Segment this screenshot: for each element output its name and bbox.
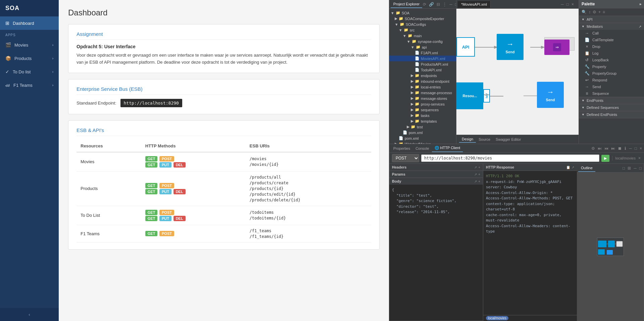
palette-section-header-sequences[interactable]: ▼ Defined Sequences — [579, 104, 644, 111]
tab-properties[interactable]: Properties — [391, 145, 413, 152]
folder-icon2: 📁 — [415, 113, 419, 118]
tree-item[interactable]: ▼ 📁 main — [389, 33, 456, 39]
tree-item[interactable]: ▼ 📁 api — [389, 44, 456, 50]
minimize-icon[interactable]: ─ — [449, 2, 453, 7]
maximize-icon[interactable]: □ — [566, 2, 569, 7]
outline-maximize[interactable]: □ — [639, 166, 642, 171]
add-icon[interactable]: + — [598, 10, 601, 14]
tab-design[interactable]: Design — [459, 136, 476, 143]
sidebar-item-products[interactable]: 📦 Products › — [0, 52, 59, 65]
palette-item-propertygroup[interactable]: 🔧 PropertyGroup — [579, 70, 644, 77]
palette-item-drop[interactable]: × Drop — [579, 43, 644, 50]
settings-icon[interactable]: ⚙ — [592, 10, 597, 14]
outline-tab[interactable]: Outline — [578, 165, 595, 172]
close-icon[interactable]: × — [639, 146, 643, 151]
filter-icon[interactable]: ⊟ — [436, 2, 441, 7]
response-body[interactable]: HTTP/1.1 200 OK x-request-id: FnW-zoHYXC… — [483, 171, 577, 315]
next-icon[interactable]: ⏭ — [610, 146, 616, 151]
palette-item-property[interactable]: 🔧 Property — [579, 63, 644, 70]
palette-section-header-endpoints[interactable]: ▼ EndPoints — [579, 97, 644, 104]
tree-item-todoapi[interactable]: 📄 TodoAPI.xml — [389, 67, 456, 73]
sidebar-item-todo[interactable]: ✓ To Do list › — [0, 65, 59, 78]
add-icon[interactable]: + — [478, 166, 480, 169]
tree-item-msgstore[interactable]: ▶ 📁 message-stores — [389, 95, 456, 101]
back-icon[interactable]: ⏮ — [604, 146, 609, 151]
tree-item-inbound[interactable]: ▶ 📁 inbound-endpoint — [389, 78, 456, 84]
expand-icon[interactable]: ↗ — [474, 180, 477, 183]
sidebar-item-dashboard[interactable]: ⊞ Dashboard — [0, 16, 59, 30]
tree-item-f1api[interactable]: 📄 F1API.xml — [389, 50, 456, 56]
tree-item-templates[interactable]: ▶ 📁 templates — [389, 118, 456, 124]
stop-icon[interactable]: ⏹ — [617, 146, 623, 151]
add-icon[interactable]: + — [478, 180, 480, 183]
tree-item-endpoints[interactable]: ▶ 📁 endpoints — [389, 73, 456, 78]
tab-http-client[interactable]: 🌐 HTTP Client — [432, 144, 463, 152]
palette-item-log[interactable]: 📋 Log — [579, 50, 644, 57]
tree-item-proxy[interactable]: ▶ 📁 proxy-services — [389, 101, 456, 107]
tree-item-local[interactable]: ▶ 📁 local-entries — [389, 84, 456, 90]
outline-icon2[interactable]: ⊞ — [627, 166, 632, 171]
tree-item-watchedmovies[interactable]: ▶ 📁 WatchedMovies — [389, 141, 456, 144]
search-icon[interactable]: 🔍 — [581, 10, 587, 14]
tree-item-msgproc[interactable]: ▶ 📁 message-processo — [389, 90, 456, 95]
maximize-icon[interactable]: □ — [634, 146, 638, 151]
palette-section-header-defined-endpoints[interactable]: ▼ Defined EndPoints — [579, 111, 644, 118]
explorer-tab[interactable]: Project Explorer — [391, 1, 422, 8]
expand-icon[interactable]: ↗ — [639, 25, 641, 28]
minimize-icon[interactable]: ─ — [628, 146, 633, 151]
close-editor-icon[interactable]: × — [571, 2, 575, 7]
palette-item-send[interactable]: → Send — [579, 83, 644, 90]
palette-section-header-api[interactable]: ▼ API — [579, 16, 644, 23]
palette-item-respond[interactable]: ↩ Respond — [579, 77, 644, 83]
chevron-icon: › — [52, 57, 53, 60]
url-input[interactable] — [421, 154, 599, 162]
add-icon[interactable]: + — [478, 173, 480, 176]
tree-item-sequences[interactable]: ▶ 📁 sequences — [389, 107, 456, 113]
palette-item-label: LoopBack — [592, 58, 609, 62]
expand-icon[interactable]: ↗ — [474, 173, 477, 176]
tree-item-test[interactable]: ▶ 📁 test — [389, 124, 456, 130]
tree-item[interactable]: ▼ 📁 SOA — [389, 10, 456, 16]
tree-item-tasks[interactable]: ▶ 📁 tasks — [389, 113, 456, 118]
outline-minimize[interactable]: ─ — [633, 166, 637, 171]
tab-console[interactable]: Console — [413, 145, 432, 152]
sync-icon[interactable]: ⟳ — [422, 2, 427, 7]
tree-item-pom2[interactable]: 📄 pom.xml — [389, 135, 456, 141]
tree-item-productsapi[interactable]: 📄 ProductsAPI.xml — [389, 61, 456, 67]
link-icon[interactable]: 🔗 — [428, 2, 435, 7]
tree-item-pom1[interactable]: 📄 pom.xml — [389, 130, 456, 135]
sidebar-collapse-button[interactable]: ‹ — [0, 308, 59, 321]
palette-section-header-mediators[interactable]: ▼ Mediators ↗ — [579, 23, 644, 30]
body-editor[interactable]: { "title": "test", "genre": "science fic… — [389, 185, 483, 321]
tab-source[interactable]: Source — [476, 136, 493, 142]
close-tab-icon[interactable]: × — [638, 156, 641, 160]
palette-item-calltemplate[interactable]: 📄 CallTemplate — [579, 37, 644, 43]
tree-item[interactable]: ▼ 📁 src — [389, 27, 456, 33]
expand-icon[interactable]: ↗ — [572, 166, 574, 169]
bottom-tab-icons: ⚙ ⏭ ⏮ ⏭ ⏹ ℹ ─ □ × — [591, 146, 643, 151]
editor-tab-moviesapi[interactable]: *MoviesAPI.xml — [458, 1, 491, 8]
tree-item[interactable]: ▶ 📁 SOACompositeExporter — [389, 16, 456, 21]
tree-item[interactable]: ▼ 📁 SOAConfigs — [389, 21, 456, 27]
tree-item[interactable]: ▼ 📁 synapse-config — [389, 39, 456, 44]
expand-icon[interactable]: ↗ — [474, 166, 477, 169]
more-icon[interactable]: ≡ — [602, 10, 606, 14]
copy-icon[interactable]: 📋 — [566, 166, 570, 169]
skip-icon[interactable]: ⏭ — [597, 146, 602, 151]
method-select[interactable]: POST GET PUT DELETE — [392, 154, 419, 162]
sidebar-item-movies[interactable]: 🎬 Movies › — [0, 38, 59, 52]
tab-swagger[interactable]: Swagger Editor — [493, 136, 524, 142]
info-icon[interactable]: ℹ — [624, 146, 627, 151]
sidebar-item-f1teams[interactable]: 🏎 F1 Teams › — [0, 78, 59, 92]
sort-icon[interactable]: ↕ — [588, 10, 591, 14]
menu-icon[interactable]: ⋮ — [442, 2, 447, 7]
outline-icon1[interactable]: □ — [622, 166, 626, 171]
palette-item-loopback[interactable]: ↺ LoopBack — [579, 57, 644, 63]
tree-item-moviesapi[interactable]: 📄 MoviesAPI.xml — [389, 56, 456, 61]
run-button[interactable]: ▶ — [601, 155, 609, 162]
palette-collapse-icon[interactable]: » — [639, 2, 641, 6]
minimize-icon[interactable]: ─ — [560, 2, 564, 7]
palette-item-call[interactable]: → Call — [579, 30, 644, 37]
settings-icon[interactable]: ⚙ — [591, 146, 596, 151]
palette-item-sequence[interactable]: ≡ Sequence — [579, 90, 644, 97]
